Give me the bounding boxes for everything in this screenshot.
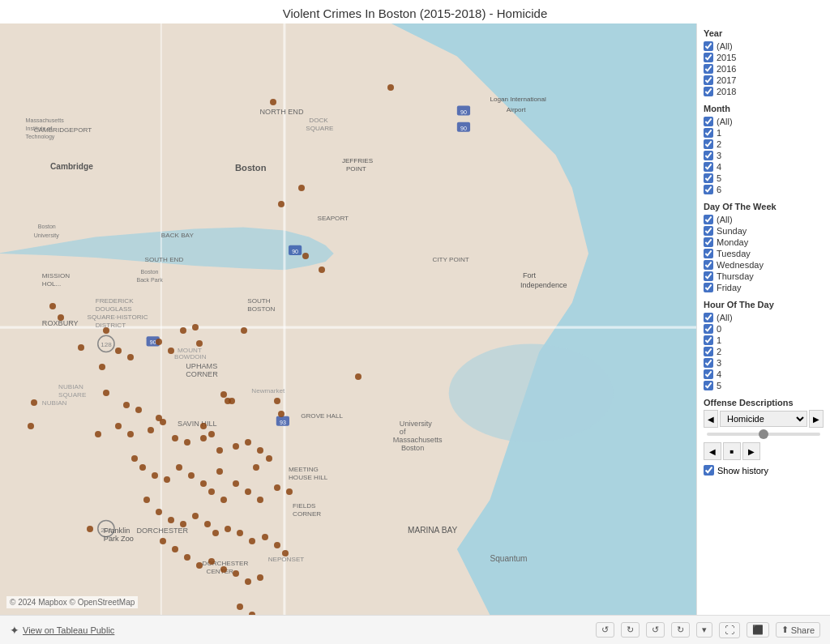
crime-dot[interactable] [196, 340, 203, 347]
filter-checkbox-3[interactable] [704, 75, 713, 85]
crime-dot[interactable] [208, 558, 215, 565]
crime-dot[interactable] [115, 348, 122, 354]
filter-checkbox-1[interactable] [704, 128, 713, 138]
crime-dot[interactable] [245, 439, 251, 446]
crime-dot[interactable] [156, 339, 162, 345]
crime-dot[interactable] [99, 364, 105, 370]
filter-checkbox-6[interactable] [704, 185, 713, 194]
crime-dot[interactable] [274, 484, 280, 491]
crime-dot[interactable] [78, 344, 84, 351]
crime-dot[interactable] [168, 348, 174, 354]
view-on-tableau-link[interactable]: View on Tableau Public [23, 625, 114, 635]
crime-dot[interactable] [220, 566, 227, 573]
map-area[interactable]: 128 203 90 90 93 90 90 Ca [0, 23, 696, 615]
filter-checkbox-5[interactable] [704, 173, 713, 183]
crime-dot[interactable] [245, 578, 251, 585]
crime-dot[interactable] [200, 435, 207, 441]
revert-button[interactable]: ↺ [646, 622, 665, 638]
crime-dot[interactable] [233, 570, 239, 577]
crime-dot[interactable] [160, 538, 166, 544]
offense-next-button[interactable]: ▶ [809, 410, 824, 428]
fullscreen-button[interactable]: ⛶ [719, 622, 740, 638]
crime-dot[interactable] [220, 391, 227, 398]
crime-dot[interactable] [184, 554, 190, 561]
crime-dot[interactable] [176, 464, 182, 471]
filter-checkbox-4[interactable] [704, 260, 713, 270]
download-button[interactable]: ⬛ [747, 622, 769, 638]
crime-dot[interactable] [196, 562, 203, 569]
offense-slider-thumb[interactable] [759, 429, 768, 439]
filter-checkbox-4[interactable] [704, 162, 713, 172]
undo-button[interactable]: ↺ [596, 622, 614, 638]
crime-dot[interactable] [274, 398, 280, 404]
filter-checkbox-4[interactable] [704, 358, 713, 368]
crime-dot[interactable] [127, 354, 134, 360]
forward-button[interactable]: ↻ [671, 622, 690, 638]
crime-dot[interactable] [302, 253, 309, 259]
crime-dot[interactable] [257, 447, 263, 454]
crime-dot[interactable] [188, 472, 195, 479]
filter-checkbox-5[interactable] [704, 271, 713, 281]
filter-checkbox-3[interactable] [704, 249, 713, 258]
filter-checkbox-1[interactable] [704, 53, 713, 62]
crime-dot[interactable] [249, 538, 255, 544]
crime-dot[interactable] [319, 267, 325, 273]
filter-checkbox-0[interactable] [704, 313, 713, 322]
crime-dot[interactable] [103, 327, 109, 334]
redo-button[interactable]: ↻ [621, 622, 640, 638]
filter-checkbox-2[interactable] [704, 335, 713, 345]
filter-checkbox-2[interactable] [704, 237, 713, 247]
crime-dot[interactable] [168, 517, 174, 523]
crime-dot[interactable] [156, 509, 162, 515]
crime-dot[interactable] [216, 468, 223, 475]
crime-dot[interactable] [282, 550, 289, 557]
crime-dot[interactable] [237, 530, 243, 536]
crime-dot[interactable] [127, 431, 134, 437]
crime-dot[interactable] [298, 185, 305, 191]
crime-dot[interactable] [172, 435, 178, 441]
crime-dot[interactable] [266, 455, 272, 462]
more-options-button[interactable]: ▾ [696, 622, 712, 638]
filter-checkbox-3[interactable] [704, 151, 713, 160]
crime-dot[interactable] [355, 373, 362, 380]
crime-dot[interactable] [184, 439, 190, 446]
crime-dot[interactable] [95, 431, 101, 437]
playback-stop-button[interactable]: ■ [723, 442, 741, 460]
filter-checkbox-2[interactable] [704, 139, 713, 149]
filter-checkbox-1[interactable] [704, 324, 713, 334]
playback-back-button[interactable]: ◀ [704, 442, 721, 460]
crime-dot[interactable] [164, 476, 170, 483]
crime-dot[interactable] [233, 443, 239, 450]
filter-checkbox-0[interactable] [704, 41, 713, 51]
filter-checkbox-1[interactable] [704, 226, 713, 236]
crime-dot[interactable] [131, 455, 138, 462]
filter-checkbox-2[interactable] [704, 64, 713, 74]
crime-dot[interactable] [278, 411, 285, 417]
share-button[interactable]: ⬆ Share [776, 622, 820, 638]
crime-dot[interactable] [270, 99, 276, 105]
crime-dot[interactable] [216, 447, 223, 454]
crime-dot[interactable] [208, 431, 215, 437]
crime-dot[interactable] [208, 488, 215, 495]
crime-dot[interactable] [31, 399, 37, 406]
crime-dot[interactable] [156, 415, 162, 421]
filter-checkbox-6[interactable] [704, 381, 713, 390]
filter-checkbox-3[interactable] [704, 347, 713, 356]
crime-dot[interactable] [241, 327, 247, 334]
crime-dot[interactable] [180, 327, 186, 334]
crime-dot[interactable] [135, 407, 142, 413]
crime-dot[interactable] [225, 526, 231, 532]
filter-checkbox-6[interactable] [704, 283, 713, 292]
crime-dot[interactable] [148, 427, 154, 433]
crime-dot[interactable] [274, 542, 280, 548]
crime-dot[interactable] [257, 574, 263, 581]
crime-dot[interactable] [212, 530, 219, 536]
crime-dot[interactable] [49, 303, 56, 309]
filter-checkbox-0[interactable] [704, 117, 713, 126]
filter-checkbox-5[interactable] [704, 369, 713, 379]
crime-dot[interactable] [387, 84, 394, 91]
crime-dot[interactable] [58, 314, 64, 321]
crime-dot[interactable] [262, 534, 268, 540]
crime-dot[interactable] [200, 423, 207, 429]
crime-dot[interactable] [220, 497, 227, 503]
